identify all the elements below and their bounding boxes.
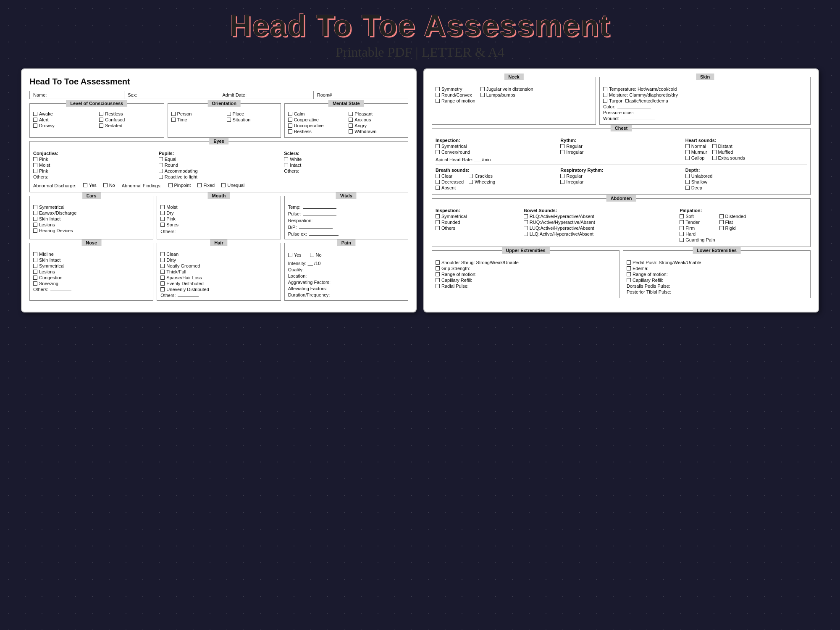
pupils-col: Pupils: Equal Round Accommodating Reacti… <box>159 151 279 180</box>
nose-hair-pain: Nose Midline Skin Intact Symmetrical Les… <box>29 243 408 301</box>
neck-label: Neck <box>504 74 523 80</box>
vitals-items: Temp: Pulse: Respiration: B/P: Pulse ox: <box>288 205 404 236</box>
depth-col: Depth: Unlabored Shallow Deep <box>685 168 807 191</box>
vitals-temp: Temp: <box>288 205 404 210</box>
page-header: Head To Toe Assessment Printable PDF | L… <box>230 8 611 60</box>
mental-col2: Pleasant Anxious Angry Withdrawn <box>349 111 404 135</box>
abdomen-bowel: Bowel Sounds: RLQ:Active/Hyperactive/Abs… <box>524 208 676 243</box>
forms-container: Head To Toe Assessment Name: Sex: Admit … <box>21 68 819 312</box>
loc-section: Level of Consciousness Awake Alert Drows… <box>29 103 164 138</box>
breath-crackles: Crackles <box>469 173 495 178</box>
depth-shallow: Shallow <box>685 179 807 184</box>
pain-label: Pain <box>337 239 355 246</box>
palp-hard: Hard <box>680 231 715 236</box>
mental-section: Mental State Calm Cooperative Uncooperat… <box>284 103 408 138</box>
hair-others: Others: <box>160 293 277 298</box>
lower-ext-items: Pedal Push: Strong/Weak/Unable Edema: Ra… <box>627 260 807 294</box>
findings-unequal: Unequal <box>221 183 244 188</box>
heart-sounds-inner: Normal Murmur Gallop Distant Muffled Ext… <box>685 144 807 161</box>
mouth-section: Mouth Moist Dry Pink Sores Others: <box>157 196 281 239</box>
neck-jugular: Jugular vein distension <box>480 87 533 92</box>
upper-ext-section: Upper Extremities Shoulder Shrug: Strong… <box>432 250 620 298</box>
heart-sounds-header: Heart sounds: <box>685 138 807 143</box>
skin-temp: Temperature: Hot/warm/cool/cold <box>603 87 807 92</box>
nose-items: Midline Skin Intact Symmetrical Lesions … <box>33 252 150 292</box>
mental-col1: Calm Cooperative Uncooperative Restless <box>288 111 344 135</box>
neck-col1: Symmetry Round/Convex Range of motion <box>436 87 475 104</box>
chest-apical: Apical Heart Rate: ___/min <box>436 157 557 162</box>
lower-ext-label: Lower Extremities <box>693 247 741 254</box>
ue-grip: Grip Strength: <box>436 266 616 271</box>
palp-distended: Distended <box>719 214 746 219</box>
loc-awake: Awake <box>33 111 94 116</box>
hair-unevenly: Unevenly Distributed <box>160 287 277 292</box>
rythm-regular: Regular <box>560 144 682 149</box>
neck-col2: Jugular vein distension Lumps/bumps <box>480 87 533 104</box>
ears-label: Ears <box>82 192 101 199</box>
vitals-pulse: Pulse: <box>288 211 404 216</box>
ue-capillary: Capillary Refill: <box>436 278 616 283</box>
sclera-col: Sclera: White Intact Others: <box>284 151 404 180</box>
orient-col2: Place Situation <box>227 111 277 123</box>
mental-anxious: Anxious <box>349 117 404 122</box>
skin-section: Skin Temperature: Hot/warm/cool/cold Moi… <box>599 77 811 125</box>
skin-wound: Wound: <box>603 116 807 121</box>
hs-normal: Normal <box>685 144 707 149</box>
mental-uncooperative: Uncooperative <box>288 123 344 128</box>
pain-aggravating: Aggravating Factors: <box>288 280 404 285</box>
right-page: Neck Symmetry Round/Convex Range of moti… <box>423 68 819 312</box>
chest-rythm-col: Rythm: Regular Irregular <box>560 138 682 162</box>
mental-angry: Angry <box>349 123 404 128</box>
vitals-label: Vitals <box>336 192 357 199</box>
mouth-dry: Dry <box>160 210 277 215</box>
rythm-irregular: Irregular <box>560 150 682 155</box>
skin-items: Temperature: Hot/warm/cool/cold Moisture… <box>603 87 807 121</box>
neck-skin-row: Neck Symmetry Round/Convex Range of moti… <box>432 77 811 125</box>
le-range: Range of motion: <box>627 272 807 277</box>
sclera-white: White <box>284 157 404 162</box>
bowel-luq: LUQ:Active/Hyperactive/Absent <box>524 226 676 231</box>
ue-radial: Radial Pulse: <box>436 284 616 289</box>
pupils-reactive: Reactive to light <box>159 174 279 179</box>
pupils-accommodating: Accommodating <box>159 168 279 173</box>
le-capillary: Capillary Refill: <box>627 278 807 283</box>
neck-section: Neck Symmetry Round/Convex Range of moti… <box>432 77 596 125</box>
skin-pressure-ulcer: Pressure ulcer: <box>603 110 807 115</box>
chest-inspection-col: Inspection: Symmetrical Convex/round Api… <box>436 138 557 162</box>
loc-alert: Alert <box>33 117 94 122</box>
bowel-ruq: RUQ:Active/Hyperactive/Absent <box>524 220 676 225</box>
ears-symmetrical: Symmetrical <box>33 205 150 210</box>
bowel-llq: LLQ:Active/Hyperactive/Absent <box>524 231 676 236</box>
pain-location: Location: <box>288 273 404 278</box>
heart-sounds-col2: Distant Muffled Extra sounds <box>712 144 745 161</box>
abd-symmetrical: Symmetrical <box>436 214 520 219</box>
left-page-title: Head To Toe Assessment <box>29 77 408 87</box>
abdomen-inspection: Inspection: Symmetrical Rounded Others <box>436 208 520 243</box>
discharge-yes: Yes <box>83 183 97 188</box>
pain-no: No <box>310 252 322 257</box>
palp-col2: Distended Flat Rigid <box>719 214 746 243</box>
breath-absent: Absent <box>436 185 464 190</box>
nose-label: Nose <box>81 239 101 246</box>
admit-date-field: Admit Date: <box>219 91 314 99</box>
pupils-round: Round <box>159 163 279 168</box>
sclera-intact: Intact <box>284 163 404 168</box>
resp-irregular: Irregular <box>560 179 682 184</box>
loc-label: Level of Consciousness <box>66 100 127 107</box>
chest-inner: Inspection: Symmetrical Convex/round Api… <box>436 138 807 162</box>
neck-symmetry: Symmetry <box>436 87 475 92</box>
extremities-row: Upper Extremities Shoulder Shrug: Strong… <box>432 250 811 298</box>
nose-lesions: Lesions <box>33 269 150 274</box>
sex-field: Sex: <box>124 91 219 99</box>
patient-info-bar: Name: Sex: Admit Date: Room# <box>29 91 408 99</box>
hair-clean: Clean <box>160 252 277 257</box>
orient-person: Person <box>171 111 222 116</box>
abnormal-discharge-label: Abnormal Discharge: <box>33 183 76 188</box>
abnormal-row: Abnormal Discharge: Yes No Abnormal Find… <box>33 183 404 189</box>
left-page: Head To Toe Assessment Name: Sex: Admit … <box>21 68 417 312</box>
nose-midline: Midline <box>33 252 150 257</box>
mouth-label: Mouth <box>207 192 230 199</box>
vitals-bp: B/P: <box>288 225 404 230</box>
palp-col1: Soft Tender Firm Hard Guarding Pain <box>680 214 715 243</box>
le-pedal: Pedal Push: Strong/Weak/Unable <box>627 260 807 265</box>
